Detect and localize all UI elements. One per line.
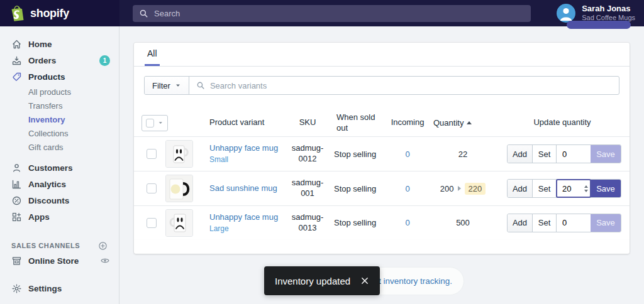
sidebar-item-online-store[interactable]: Online Store bbox=[0, 252, 119, 269]
sidebar: Home Orders 1 Products All products Tran… bbox=[0, 26, 119, 304]
quantity-input-focused[interactable] bbox=[557, 180, 591, 197]
toast-message: Inventory updated bbox=[275, 276, 350, 286]
inventory-tracking-link[interactable]: inventory tracking. bbox=[383, 276, 452, 286]
logo-wordmark: shopify bbox=[30, 7, 69, 20]
user-name: Sarah Jonas bbox=[582, 4, 635, 14]
incoming-link[interactable]: 0 bbox=[405, 218, 409, 227]
sku-value: sadmug-001 bbox=[286, 178, 330, 199]
top-bar: shopify Sarah Jonas Sad Coffee Mugs bbox=[0, 0, 644, 26]
chevron-down-icon bbox=[158, 120, 164, 126]
quantity-value: 500 bbox=[456, 218, 470, 227]
eye-icon[interactable] bbox=[100, 256, 110, 266]
gear-icon bbox=[11, 283, 22, 294]
col-header-update-quantity: Update quantity bbox=[499, 117, 630, 128]
update-quantity-group: Add Set Save bbox=[507, 144, 621, 163]
arrow-right-icon bbox=[458, 186, 461, 191]
tab-bar: All bbox=[134, 43, 630, 67]
shopify-logo[interactable]: shopify bbox=[0, 0, 119, 26]
variant-size: Large bbox=[209, 224, 229, 233]
col-header-product: Product variant bbox=[204, 117, 281, 128]
row-checkbox[interactable] bbox=[147, 183, 157, 193]
col-header-sku: SKU bbox=[281, 117, 334, 128]
product-link[interactable]: Unhappy face mug bbox=[209, 143, 278, 153]
storefront-icon bbox=[11, 256, 22, 266]
table-row: Sad sunshine mug sadmug-001 Stop selling… bbox=[134, 171, 630, 205]
product-link[interactable]: Unhappy face mug bbox=[209, 212, 278, 222]
sidebar-item-inventory[interactable]: Inventory bbox=[0, 112, 119, 126]
main-content: All Filter bbox=[119, 26, 644, 304]
update-quantity-group: Add Set Save bbox=[507, 179, 621, 198]
number-stepper-icon[interactable] bbox=[584, 180, 588, 197]
variant-search[interactable] bbox=[189, 77, 619, 94]
orders-badge: 1 bbox=[99, 55, 110, 66]
select-all-checkbox[interactable] bbox=[142, 115, 168, 131]
shopify-bag-icon bbox=[10, 5, 25, 21]
home-icon bbox=[11, 39, 22, 50]
global-search[interactable] bbox=[133, 5, 531, 22]
sort-ascending-icon bbox=[467, 121, 472, 124]
sku-value: sadmug-0012 bbox=[286, 143, 330, 165]
user-menu[interactable]: Sarah Jonas Sad Coffee Mugs bbox=[557, 4, 635, 23]
sidebar-item-home[interactable]: Home bbox=[0, 36, 119, 52]
add-button[interactable]: Add bbox=[508, 180, 533, 197]
analytics-icon bbox=[11, 179, 22, 190]
table-header: Product variant SKU When sold out Incomi… bbox=[134, 104, 630, 136]
close-icon[interactable] bbox=[360, 276, 369, 285]
sales-channels-header: SALES CHANNELS bbox=[0, 239, 119, 252]
sidebar-item-transfers[interactable]: Transfers bbox=[0, 99, 119, 112]
incoming-link[interactable]: 0 bbox=[405, 149, 409, 159]
save-button[interactable]: Save bbox=[591, 214, 621, 232]
add-channel-icon[interactable] bbox=[98, 241, 108, 251]
variant-search-input[interactable] bbox=[210, 81, 612, 90]
add-button[interactable]: Add bbox=[508, 214, 533, 232]
sidebar-item-gift-cards[interactable]: Gift cards bbox=[0, 140, 119, 154]
incoming-link[interactable]: 0 bbox=[405, 184, 409, 193]
row-checkbox[interactable] bbox=[147, 218, 157, 228]
inventory-card: All Filter bbox=[134, 43, 630, 254]
set-button[interactable]: Set bbox=[533, 180, 557, 197]
product-link[interactable]: Sad sunshine mug bbox=[209, 183, 277, 193]
sidebar-item-customers[interactable]: Customers bbox=[0, 160, 119, 176]
quantity-input[interactable] bbox=[557, 214, 591, 232]
save-button[interactable]: Save bbox=[591, 145, 621, 163]
discounts-icon bbox=[11, 195, 22, 206]
set-button[interactable]: Set bbox=[533, 214, 557, 232]
sku-value: sadmug-0013 bbox=[286, 212, 330, 234]
filter-bar: Filter bbox=[134, 67, 630, 104]
col-header-incoming: Incoming bbox=[388, 117, 427, 128]
sidebar-item-settings[interactable]: Settings bbox=[0, 280, 119, 296]
update-quantity-group: Add Set Save bbox=[507, 214, 621, 232]
table-row: Unhappy face mug Large sadmug-0013 Stop … bbox=[134, 205, 630, 240]
add-button[interactable]: Add bbox=[508, 145, 533, 163]
set-button[interactable]: Set bbox=[533, 145, 557, 163]
col-header-when-sold-out: When sold out bbox=[334, 112, 388, 134]
sidebar-item-analytics[interactable]: Analytics bbox=[0, 176, 119, 192]
search-icon bbox=[139, 9, 148, 18]
global-search-input[interactable] bbox=[154, 9, 525, 18]
quantity-new-value: 220 bbox=[465, 183, 486, 195]
apps-icon bbox=[11, 212, 22, 222]
quantity-value: 22 bbox=[458, 149, 467, 159]
sidebar-item-orders[interactable]: Orders 1 bbox=[0, 52, 119, 68]
variant-size: Small bbox=[209, 155, 228, 164]
tag-icon bbox=[11, 72, 22, 82]
checkbox[interactable] bbox=[146, 119, 154, 128]
quantity-input[interactable] bbox=[557, 145, 591, 163]
table-row: Unhappy face mug Small sadmug-0012 Stop … bbox=[134, 136, 630, 171]
product-image-sunshine-mug bbox=[165, 175, 193, 202]
row-checkbox[interactable] bbox=[147, 149, 157, 159]
sidebar-item-discounts[interactable]: Discounts bbox=[0, 192, 119, 209]
save-bar-peek-button[interactable] bbox=[567, 21, 631, 29]
chevron-down-icon bbox=[175, 82, 181, 89]
sidebar-item-products[interactable]: Products bbox=[0, 68, 119, 85]
sidebar-item-all-products[interactable]: All products bbox=[0, 85, 119, 99]
orders-icon bbox=[11, 55, 22, 66]
save-button[interactable]: Save bbox=[591, 180, 621, 197]
col-header-quantity[interactable]: Quantity bbox=[427, 118, 499, 128]
filter-button[interactable]: Filter bbox=[145, 77, 189, 94]
sidebar-item-collections[interactable]: Collections bbox=[0, 126, 119, 140]
tab-all[interactable]: All bbox=[145, 43, 160, 66]
toast-inventory-updated: Inventory updated bbox=[264, 266, 380, 295]
quantity-old-value: 200 bbox=[440, 184, 454, 193]
sidebar-item-apps[interactable]: Apps bbox=[0, 209, 119, 225]
